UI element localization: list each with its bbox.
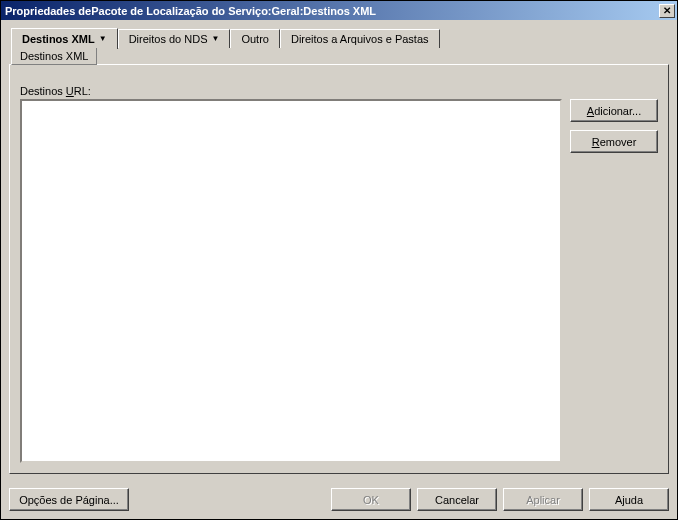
chevron-down-icon: ▼ [212,35,220,43]
subtab-destinos-xml[interactable]: Destinos XML [11,48,97,65]
add-rest: dicionar... [594,105,641,117]
page-options-label: Opções de Página... [19,494,119,506]
page-options-button[interactable]: Opções de Página... [9,488,129,511]
ok-label: OK [363,494,379,506]
remove-rest: emover [600,136,637,148]
tab-label: Outro [241,33,269,45]
dialog-window: Propriedades dePacote de Localização do … [0,0,678,520]
list-label-prefix: Destinos [20,85,66,97]
dialog-footer: Opções de Página... OK Cancelar Aplicar … [1,482,677,519]
tab-outro[interactable]: Outro [230,29,280,48]
close-icon: ✕ [663,6,671,16]
close-button[interactable]: ✕ [659,4,675,18]
help-label: Ajuda [615,494,643,506]
tab-label: Direitos do NDS [129,33,208,45]
list-column: Destinos URL: [20,85,562,463]
client-area: Destinos XML ▼ Direitos do NDS ▼ Outro D… [1,20,677,482]
tab-label: Direitos a Arquivos e Pastas [291,33,429,45]
tab-strip: Destinos XML ▼ Direitos do NDS ▼ Outro D… [9,28,669,48]
destinos-url-list[interactable] [20,99,562,463]
subtab-label: Destinos XML [20,50,88,62]
list-label-suffix: RL: [74,85,91,97]
subtab-strip: Destinos XML [9,48,669,65]
apply-label: Aplicar [526,494,560,506]
tab-direitos-nds[interactable]: Direitos do NDS ▼ [118,29,231,48]
tab-direitos-arquivos[interactable]: Direitos a Arquivos e Pastas [280,29,440,48]
tab-label: Destinos XML [22,33,95,45]
panel-inner: Destinos URL: Adicionar... Remover [20,85,658,463]
titlebar: Propriedades dePacote de Localização do … [1,1,677,20]
ok-button: OK [331,488,411,511]
apply-button: Aplicar [503,488,583,511]
list-label: Destinos URL: [20,85,562,97]
remove-button[interactable]: Remover [570,130,658,153]
cancel-button[interactable]: Cancelar [417,488,497,511]
cancel-label: Cancelar [435,494,479,506]
side-buttons: Adicionar... Remover [570,85,658,463]
add-button[interactable]: Adicionar... [570,99,658,122]
chevron-down-icon: ▼ [99,35,107,43]
window-title: Propriedades dePacote de Localização do … [5,5,659,17]
tab-panel: Destinos URL: Adicionar... Remover [9,64,669,474]
remove-accel: R [592,136,600,148]
list-label-accel: U [66,85,74,97]
help-button[interactable]: Ajuda [589,488,669,511]
tab-destinos-xml[interactable]: Destinos XML ▼ [11,28,118,49]
